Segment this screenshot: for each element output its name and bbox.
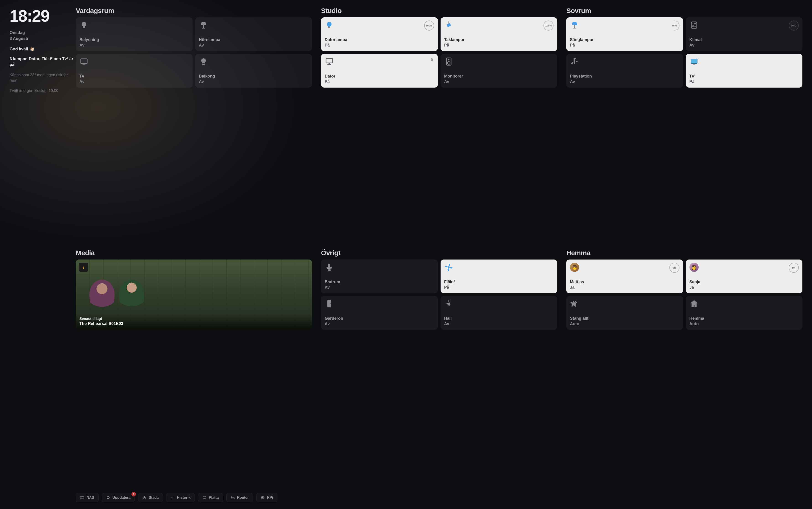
tile-flakt2[interactable]: Fläkt²På	[441, 260, 557, 293]
footer-label: Städa	[149, 496, 159, 500]
tile-state: Av	[79, 79, 189, 84]
tile-state: Ja	[570, 285, 679, 290]
playstation-icon	[570, 57, 579, 66]
tile-name: Sanja	[689, 279, 799, 284]
tile-name: Hemma	[689, 316, 799, 321]
tile-name: Playstation	[570, 74, 679, 79]
tile-name: Tv	[79, 74, 189, 79]
tile-state: Ja	[689, 285, 799, 290]
tile-sanglampor[interactable]: 50% SänglamporPå	[566, 17, 683, 51]
tile-badrum[interactable]: BadrumAv	[321, 260, 438, 293]
footer-buttons: NAS Uppdatera 1 Städa Historik Platta	[76, 493, 803, 502]
tile-name: Taklampor	[444, 37, 554, 42]
tile-name: Monitorer	[444, 74, 554, 79]
vacuum-icon	[142, 496, 147, 500]
tile-state: På	[570, 43, 679, 48]
keyboard-icon	[80, 496, 84, 500]
tile-klimat[interactable]: 25°C KlimatAv	[686, 17, 803, 51]
tile-grid: BadrumAv Fläkt²På GarderobAv HallAv	[321, 260, 557, 330]
section-title: Hemma	[566, 249, 803, 257]
section-sovrum: Sovrum 50% SänglamporPå 25°C	[566, 7, 803, 244]
tile-hall[interactable]: HallAv	[441, 296, 557, 330]
tile-stang-allt[interactable]: Stäng alltAuto	[566, 296, 683, 330]
bulb-icon	[79, 21, 89, 30]
presence-badge: 6h	[670, 263, 679, 273]
tile-name: Datorlampa	[325, 37, 434, 42]
computer-icon	[325, 57, 334, 66]
chip-icon	[261, 496, 265, 500]
footer-button-nas[interactable]: NAS	[76, 493, 99, 502]
tile-name: Balkong	[199, 74, 308, 79]
avatar: 👩	[689, 263, 699, 272]
tile-state: Av	[444, 79, 554, 84]
tile-balkong[interactable]: BalkongAv	[195, 54, 312, 88]
tile-state: Av	[325, 321, 434, 327]
date: Onsdag 3 Augusti	[9, 30, 76, 41]
status-summary: 6 lampor, Dator, Fläkt² och Tv² är på	[9, 56, 76, 68]
tile-state: Auto	[689, 321, 799, 327]
tile-grid: 100% DatorlampaPå 100% TaklamporPå	[321, 17, 557, 88]
greeting: God kväll 👋🏻	[9, 46, 76, 52]
tile-name: Badrum	[325, 279, 434, 284]
tile-state: På	[689, 79, 799, 84]
section-media: Media › Senast tillagt The Rehearsal S01…	[76, 249, 312, 487]
tile-person-mattias[interactable]: 👨 6h MattiasJa	[566, 260, 683, 293]
date-weekday: Onsdag	[9, 30, 76, 36]
footer-button-router[interactable]: Router	[226, 493, 253, 502]
tile-dator[interactable]: DatorPå	[321, 54, 438, 88]
sidebar: 18:29 Onsdag 3 Augusti God kväll 👋🏻 6 la…	[9, 7, 76, 502]
plex-icon: ›	[79, 263, 88, 272]
lamp-icon	[570, 21, 579, 30]
temperature-badge: 25°C	[789, 21, 799, 31]
tile-state: På	[444, 43, 554, 48]
home-icon	[689, 299, 699, 308]
footer-button-platta[interactable]: Platta	[198, 493, 223, 502]
tile-name: Mattias	[570, 279, 679, 284]
date-day: 3 Augusti	[9, 36, 76, 41]
avatar: 👨	[570, 263, 579, 272]
tile-state: Av	[79, 43, 189, 48]
tile-playstation[interactable]: PlaystationAv	[566, 54, 683, 88]
tile-garderob[interactable]: GarderobAv	[321, 296, 438, 330]
fan-icon	[444, 263, 453, 272]
tile-state: Av	[444, 321, 554, 327]
tile-hemma-auto[interactable]: HemmaAuto	[686, 296, 803, 330]
weather-summary: Känns som 23° med ingen risk för regn	[9, 72, 76, 83]
media-item-title: The Rehearsal S01E03	[79, 321, 308, 326]
greeting-text: God kväll	[9, 47, 28, 52]
reminder: Tvätt imorgon klockan 19:00	[9, 88, 76, 94]
brightness-badge: 50%	[670, 21, 679, 31]
notification-badge: 1	[131, 492, 136, 497]
refresh-icon	[106, 496, 110, 500]
bulb-icon	[325, 21, 334, 30]
tile-state: Auto	[570, 321, 679, 327]
tile-hornlampa[interactable]: HörnlampaAv	[195, 17, 312, 51]
tile-name: Belysning	[79, 37, 189, 42]
brightness-badge: 100%	[424, 21, 434, 31]
tile-tv[interactable]: TvAv	[76, 54, 193, 88]
footer-label: NAS	[87, 496, 94, 500]
tile-tv2[interactable]: Tv²På	[686, 54, 803, 88]
media-card[interactable]: › Senast tillagt The Rehearsal S01E03	[76, 260, 312, 330]
tile-name: Dator	[325, 74, 434, 79]
footer-button-uppdatera[interactable]: Uppdatera 1	[102, 493, 135, 502]
section-vardagsrum: Vardagsrum BelysningAv HörnlampaAv TvAv	[76, 7, 312, 244]
tile-state: På	[325, 43, 434, 48]
tile-datorlampa[interactable]: 100% DatorlampaPå	[321, 17, 438, 51]
tile-name: Sänglampor	[570, 37, 679, 42]
tile-person-sanja[interactable]: 👩 9h SanjaJa	[686, 260, 803, 293]
footer-button-rpi[interactable]: RPi	[256, 493, 278, 502]
tile-belysning[interactable]: BelysningAv	[76, 17, 193, 51]
brightness-badge: 100%	[544, 21, 553, 31]
section-title: Media	[76, 249, 312, 257]
tile-name: Fläkt²	[444, 279, 554, 284]
tile-state: Av	[325, 285, 434, 290]
section-ovrigt: Övrigt BadrumAv Fläkt²På GarderobAv	[321, 249, 557, 487]
footer-button-stada[interactable]: Städa	[138, 493, 163, 502]
tile-taklampor[interactable]: 100% TaklamporPå	[441, 17, 557, 51]
footer-button-historik[interactable]: Historik	[166, 493, 195, 502]
tile-grid: 👨 6h MattiasJa 👩 9h SanjaJa	[566, 260, 803, 330]
dashboard: 18:29 Onsdag 3 Augusti God kväll 👋🏻 6 la…	[0, 0, 812, 509]
tablet-icon	[202, 496, 206, 500]
tile-monitorer[interactable]: MonitorerAv	[441, 54, 557, 88]
